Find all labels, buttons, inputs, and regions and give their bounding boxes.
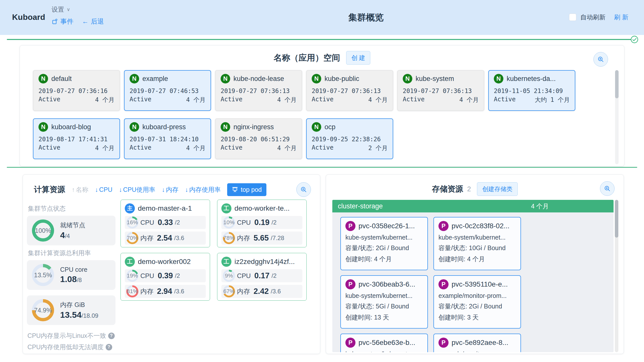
node-cpu-total: /2: [175, 219, 180, 226]
header-links: 事件 ← 后退: [52, 17, 104, 26]
ready-nodes-percent: 100%: [32, 219, 54, 242]
node-cpu-value: 0.39: [158, 271, 173, 280]
node-card[interactable]: 工 demo-worker002 19% CPU 0.39/2 81%: [120, 253, 210, 301]
node-name: iz2zedgghv14j4zf...: [234, 258, 295, 266]
pvc-name-row: P pvc-0c2c83f8-02...: [438, 221, 516, 231]
node-card-grid: 主 demo-master-a-1 16% CPU 0.33/2 70%: [120, 200, 307, 301]
namespace-name: kube-system: [416, 75, 454, 83]
namespace-created-time: 2019-07-27 07:36:13: [312, 87, 388, 95]
namespace-age: 4 个月: [459, 96, 479, 104]
scrollbar-thumb[interactable]: [615, 70, 619, 98]
storage-class-name: cluster-storage: [338, 202, 383, 210]
namespace-icon: N: [494, 74, 503, 83]
top-pod-button[interactable]: top pod: [227, 183, 266, 196]
scrollbar-thumb[interactable]: [615, 200, 618, 238]
namespace-status: Active: [130, 144, 151, 152]
storage-scrollbar[interactable]: [615, 200, 618, 352]
pvc-created-line: 创建时间: 13 天: [345, 313, 423, 322]
namespaces-scrollbar[interactable]: [615, 70, 619, 164]
sort-option[interactable]: ↓ CPU使用率: [119, 186, 155, 194]
pvc-capacity-line: 容量/状态: 2Gi / Bound: [438, 302, 516, 310]
create-storage-class-button[interactable]: 创建存储类: [477, 182, 518, 196]
node-memory-total: /7.28: [271, 235, 284, 242]
sort-label: CPU: [99, 186, 112, 193]
namespace-card[interactable]: N nginx-ingress 2019-08-20 06:51:29 Acti…: [215, 118, 302, 159]
namespace-card[interactable]: N kube-public 2019-07-27 07:36:13 Active…: [306, 70, 393, 111]
pvc-created-label: 创建时间:: [345, 314, 372, 321]
pvc-name-row: P pvc-5e892aee-8...: [438, 338, 516, 348]
pvc-name: pvc-0358ec26-1...: [358, 222, 415, 230]
pvc-card[interactable]: P pvc-5395110e-e... example/monitor-prom…: [433, 275, 521, 329]
events-link[interactable]: 事件: [52, 17, 73, 26]
namespace-card[interactable]: N example 2019-07-27 07:46:53 Active 4 个…: [124, 70, 211, 111]
pvc-card[interactable]: P pvc-306beab3-6... kube-system/kubernet…: [340, 275, 428, 329]
namespace-name-row: N nginx-ingress: [221, 122, 297, 132]
node-card[interactable]: 工 iz2zedgghv14j4zf... 9% CPU 0.17/2 67%: [217, 253, 307, 301]
namespace-name-row: N kubernetes-da...: [494, 74, 570, 83]
sort-arrow-icon: ↓: [185, 186, 188, 193]
storage-zoom-button[interactable]: [600, 181, 615, 196]
namespace-name-row: N default: [38, 74, 114, 83]
pvc-capacity-line: 容量/状态: 5Gi / Bound: [345, 302, 423, 310]
pvc-card[interactable]: P pvc-0c2c83f8-02... kube-system/kuberne…: [433, 217, 521, 270]
namespace-name: nginx-ingress: [233, 123, 274, 131]
node-memory-donut: 70%: [126, 232, 138, 244]
sort-arrow-icon: ↓: [162, 186, 165, 193]
check-circle-icon: [630, 35, 638, 43]
namespace-status: Active: [38, 96, 60, 104]
pvc-card[interactable]: P pvc-56ebe63e-b... kube-system/kubernet…: [340, 334, 428, 352]
header-divider: [7, 39, 637, 40]
memory-utilization-value: 13.54: [60, 310, 82, 320]
namespace-name: default: [51, 75, 72, 83]
namespace-card[interactable]: N kuboard-blog 2019-08-17 17:41:31 Activ…: [33, 118, 120, 159]
pvc-icon: P: [345, 221, 355, 231]
sort-option[interactable]: ↑ 名称: [72, 186, 89, 194]
create-namespace-button[interactable]: 创 建: [346, 51, 371, 65]
node-name-row: 工 demo-worker002: [125, 257, 206, 267]
namespace-card[interactable]: N kubernetes-da... 2019-11-05 21:34:09 A…: [488, 70, 575, 111]
namespace-name-row: N example: [130, 74, 206, 83]
pvc-card[interactable]: P pvc-5e892aee-8... example/monitor-prom…: [433, 334, 521, 352]
namespace-status: Active: [494, 96, 516, 104]
pvc-capacity-value: 2Gi / Bound: [469, 303, 502, 310]
namespace-name: ocp: [325, 123, 336, 131]
brand-logo[interactable]: Kuboard: [12, 13, 45, 22]
help-icon[interactable]: ?: [108, 333, 115, 339]
storage-title: 存储资源: [432, 184, 463, 194]
namespace-name-row: N kuboard-blog: [38, 122, 114, 132]
pvc-card[interactable]: P pvc-0358ec26-1... kube-system/kubernet…: [340, 217, 428, 270]
settings-menu[interactable]: 设置 ∨: [52, 4, 104, 15]
namespace-card[interactable]: N kube-node-lease 2019-07-27 07:36:13 Ac…: [215, 70, 302, 111]
cpu-utilization-percent: 13.5%: [32, 264, 54, 286]
back-link[interactable]: ← 后退: [82, 17, 104, 26]
footnote-text: CPU内存显示与Linux不一致: [27, 332, 106, 340]
sort-option[interactable]: ↓ CPU: [95, 186, 112, 193]
namespace-age: 2 个月: [368, 144, 388, 152]
node-memory-percent: 70%: [126, 232, 138, 244]
namespace-card[interactable]: N kube-system 2019-07-27 07:36:13 Active…: [397, 70, 484, 111]
namespace-card[interactable]: N ocp 2019-09-25 22:38:26 Active 2 个月: [306, 118, 393, 159]
storage-class-bar[interactable]: cluster-storage 4 个月: [332, 200, 614, 212]
compute-panel: 计算资源 ↑ 名称 ↓ CPU ↓ CPU使用率: [23, 174, 320, 354]
namespace-status: Active: [221, 144, 243, 152]
namespace-status-row: Active 4 个月: [221, 144, 297, 152]
sort-option[interactable]: ↓ 内存: [162, 186, 179, 194]
pvc-icon: P: [438, 338, 449, 348]
compute-zoom-button[interactable]: [296, 182, 311, 197]
namespace-card[interactable]: N kuboard-press 2019-07-31 18:24:10 Acti…: [124, 118, 211, 159]
namespace-name-row: N ocp: [312, 122, 388, 132]
sort-option[interactable]: ↓ 内存使用率: [185, 186, 221, 194]
refresh-button[interactable]: 刷 新: [614, 13, 628, 21]
pvc-created-value: 3 天: [467, 314, 479, 321]
node-memory-donut: 78%: [223, 232, 235, 244]
help-icon[interactable]: ?: [106, 344, 112, 350]
namespaces-zoom-button[interactable]: [593, 52, 608, 67]
node-cpu-row: 9% CPU 0.17/2: [221, 269, 302, 282]
node-card[interactable]: 主 demo-master-a-1 16% CPU 0.33/2 70%: [120, 200, 210, 247]
namespace-created-time: 2019-07-27 07:36:13: [403, 87, 479, 95]
namespace-age: 4 个月: [95, 96, 114, 104]
auto-refresh-checkbox[interactable]: [569, 14, 576, 21]
namespace-status-row: Active 4 个月: [130, 144, 206, 152]
namespace-card[interactable]: N default 2019-07-27 07:36:16 Active 4 个…: [33, 70, 120, 111]
node-card[interactable]: 工 demo-worker-te... 10% CPU 0.19/2 78%: [217, 200, 307, 247]
